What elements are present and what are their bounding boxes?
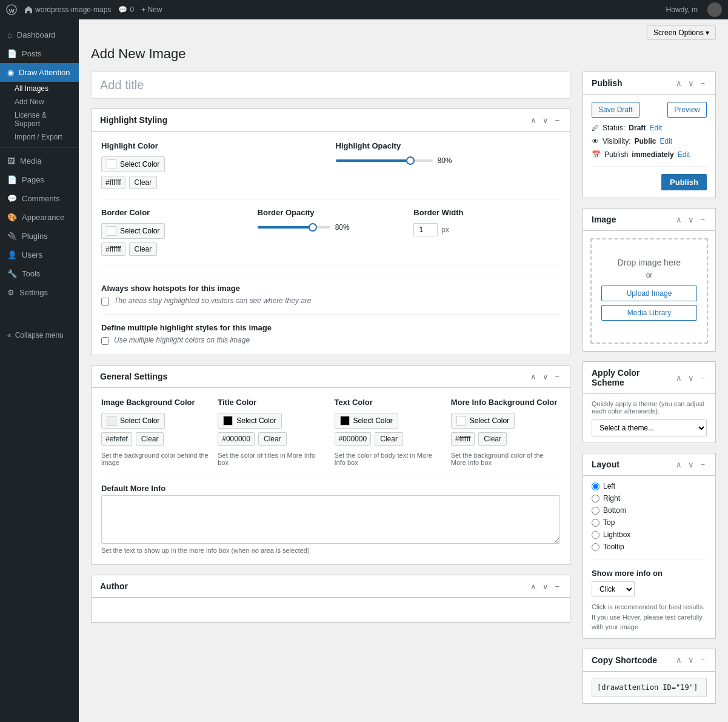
author-collapse-down-btn[interactable]: ∨ [541, 582, 550, 591]
layout-radio-left[interactable] [592, 483, 599, 490]
author-metabox-controls: ∧ ∨ − [529, 582, 561, 591]
more-info-bg-clear-btn[interactable]: Clear [478, 432, 507, 446]
layout-option-lightbox[interactable]: Lightbox [592, 530, 707, 539]
sidebar-item-users[interactable]: 👤 Users [0, 246, 79, 264]
highlight-opacity-slider[interactable] [336, 159, 433, 162]
general-collapse-up-btn[interactable]: ∧ [529, 372, 538, 381]
image-or: or [601, 271, 697, 279]
text-color-btn[interactable]: Select Color [335, 413, 398, 429]
layout-up-btn[interactable]: ∧ [674, 460, 684, 469]
author-close-btn[interactable]: − [553, 582, 561, 591]
default-more-info-textarea[interactable] [101, 495, 560, 544]
publish-collapse-down-btn[interactable]: ∨ [686, 79, 696, 88]
sidebar-item-tools[interactable]: 🔧 Tools [0, 264, 79, 283]
metabox-collapse-up-btn[interactable]: ∧ [529, 116, 538, 125]
publish-collapse-up-btn[interactable]: ∧ [674, 79, 684, 88]
topbar-comments[interactable]: 💬 0 [118, 5, 134, 14]
highlight-color-group: Highlight Color Select Color #ffffff Cle… [101, 141, 326, 189]
border-color-btn-label: Select Color [120, 227, 159, 235]
always-show-checkbox[interactable] [101, 298, 109, 306]
layout-option-top[interactable]: Top [592, 518, 707, 527]
copy-shortcode-up-btn[interactable]: ∧ [674, 655, 684, 664]
border-color-btn[interactable]: Select Color [101, 223, 165, 239]
sidebar-sub-license-support[interactable]: License & Support [0, 109, 79, 130]
sidebar-sub-import-export[interactable]: Import / Export [0, 130, 79, 144]
image-bg-color-btn[interactable]: Select Color [101, 413, 165, 429]
image-bg-color-swatch [107, 416, 116, 426]
sidebar-item-dashboard[interactable]: ⌂ Dashboard [0, 25, 79, 44]
layout-divider [592, 560, 707, 560]
topbar-site-name[interactable]: wordpress-image-maps [35, 5, 111, 14]
image-collapse-up-btn[interactable]: ∧ [674, 215, 684, 224]
text-color-desc: Set the color of body text in More Info … [335, 452, 444, 466]
layout-radio-right[interactable] [592, 495, 599, 503]
sidebar-sub-add-new[interactable]: Add New [0, 95, 79, 109]
image-collapse-down-btn[interactable]: ∨ [686, 215, 696, 224]
edit-status-link[interactable]: Edit [649, 124, 662, 132]
publish-close-btn[interactable]: − [698, 79, 707, 88]
sidebar-item-appearance[interactable]: 🎨 Appearance [0, 208, 79, 227]
media-library-button[interactable]: Media Library [601, 305, 697, 321]
color-scheme-close-btn[interactable]: − [698, 373, 707, 383]
title-color-clear-btn[interactable]: Clear [258, 432, 287, 446]
save-draft-button[interactable]: Save Draft [592, 102, 640, 118]
screen-options-button[interactable]: Screen Options ▾ [647, 25, 716, 40]
border-color-clear-btn[interactable]: Clear [129, 242, 158, 256]
sidebar-item-pages[interactable]: 📄 Pages [0, 170, 79, 189]
layout-radio-tooltip[interactable] [592, 543, 599, 551]
image-bg-hex-row: #efefef Clear [101, 432, 210, 446]
border-width-input[interactable] [413, 223, 438, 236]
sidebar-sub-all-images[interactable]: All Images [0, 82, 79, 95]
upload-image-button[interactable]: Upload Image [601, 286, 697, 301]
multiple-styles-checkbox[interactable] [101, 337, 109, 345]
collapse-menu-btn[interactable]: « Collapse menu [0, 326, 79, 344]
sidebar-item-settings[interactable]: ⚙ Settings [0, 283, 79, 302]
more-info-bg-swatch [456, 416, 466, 426]
layout-option-right[interactable]: Right [592, 494, 707, 503]
shortcode-value[interactable]: [drawattention ID="19"] [592, 678, 707, 697]
layout-option-tooltip[interactable]: Tooltip [592, 543, 707, 551]
layout-option-left[interactable]: Left [592, 482, 707, 490]
show-more-select[interactable]: Click Hover [592, 581, 635, 597]
topbar-new[interactable]: + New [141, 5, 162, 14]
author-collapse-up-btn[interactable]: ∧ [529, 582, 538, 591]
sidebar-item-posts[interactable]: 📄 Posts [0, 44, 79, 63]
title-color-btn[interactable]: Select Color [218, 413, 281, 429]
layout-down-btn[interactable]: ∨ [686, 460, 696, 469]
copy-shortcode-close-btn[interactable]: − [698, 655, 707, 664]
preview-button[interactable]: Preview [667, 102, 707, 118]
metabox-collapse-down-btn[interactable]: ∨ [541, 116, 550, 125]
layout-label-lightbox: Lightbox [603, 530, 630, 539]
title-input[interactable] [91, 72, 570, 99]
copy-shortcode-down-btn[interactable]: ∨ [686, 655, 696, 664]
more-info-bg-btn[interactable]: Select Color [451, 413, 515, 429]
image-close-btn[interactable]: − [698, 215, 707, 224]
highlight-color-clear-btn[interactable]: Clear [129, 176, 158, 189]
border-opacity-slider[interactable] [258, 226, 330, 229]
layout-option-bottom[interactable]: Bottom [592, 506, 707, 515]
layout-close-btn[interactable]: − [698, 460, 707, 469]
wordpress-logo-icon: W [6, 4, 17, 15]
general-close-btn[interactable]: − [553, 372, 561, 381]
color-scheme-select[interactable]: Select a theme... [592, 419, 707, 436]
multiple-styles-section: Define multiple highlight styles for thi… [101, 314, 560, 345]
general-collapse-down-btn[interactable]: ∨ [541, 372, 550, 381]
layout-radio-bottom[interactable] [592, 507, 599, 515]
publish-button[interactable]: Publish [661, 174, 707, 190]
highlight-color-btn[interactable]: Select Color [101, 156, 165, 172]
edit-date-link[interactable]: Edit [678, 150, 690, 159]
layout-radio-lightbox[interactable] [592, 531, 599, 539]
text-color-clear-btn[interactable]: Clear [375, 432, 403, 446]
sidebar-item-comments[interactable]: 💬 Comments [0, 189, 79, 208]
color-scheme-up-btn[interactable]: ∧ [674, 373, 684, 383]
sidebar-item-media[interactable]: 🖼 Media [0, 152, 79, 170]
image-bg-clear-btn[interactable]: Clear [136, 432, 164, 446]
layout-radio-top[interactable] [592, 519, 599, 527]
sidebar-item-plugins[interactable]: 🔌 Plugins [0, 227, 79, 246]
calendar-icon: 📅 [592, 150, 601, 159]
color-scheme-down-btn[interactable]: ∨ [686, 373, 696, 383]
edit-visibility-link[interactable]: Edit [660, 137, 672, 145]
topbar-site[interactable]: wordpress-image-maps [24, 5, 111, 14]
sidebar-item-draw-attention[interactable]: ◉ Draw Attention [0, 63, 79, 82]
metabox-close-btn[interactable]: − [553, 116, 561, 125]
